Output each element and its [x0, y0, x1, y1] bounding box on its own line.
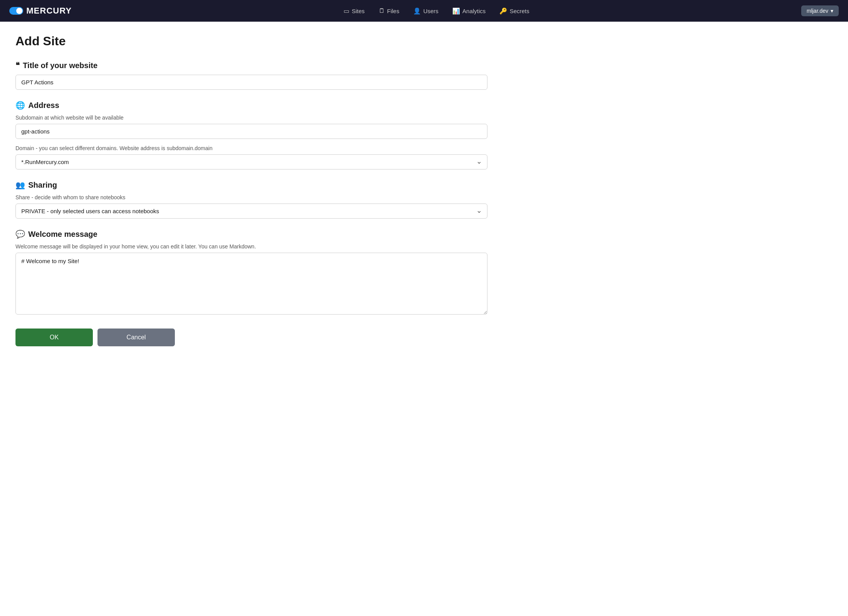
- sharing-section-heading: Sharing: [28, 181, 57, 190]
- nav-label-sites: Sites: [352, 8, 364, 14]
- nav-item-secrets[interactable]: 🔑 Secrets: [493, 4, 535, 18]
- nav-item-users[interactable]: 👤 Users: [407, 4, 445, 18]
- title-section-heading: Title of your website: [23, 61, 97, 70]
- sharing-section: 👥 Sharing Share - decide with whom to sh…: [15, 180, 487, 219]
- files-icon: 🗒: [379, 7, 385, 14]
- sites-icon: ▭: [344, 7, 349, 15]
- secrets-icon: 🔑: [499, 7, 507, 15]
- brand-logo[interactable]: MERCURY: [9, 6, 72, 16]
- nav-item-sites[interactable]: ▭ Sites: [337, 4, 371, 18]
- nav-label-analytics: Analytics: [462, 8, 486, 14]
- welcome-section-icon: 💬: [15, 229, 25, 239]
- nav-label-files: Files: [387, 8, 400, 14]
- nav-menu: ▭ Sites 🗒 Files 👤 Users 📊 Analytics 🔑 Se…: [84, 4, 789, 18]
- sharing-description: Share - decide with whom to share notebo…: [15, 194, 487, 200]
- analytics-icon: 📊: [452, 7, 460, 15]
- nav-label-users: Users: [423, 8, 438, 14]
- domain-select-wrapper: *.RunMercury.com: [15, 154, 487, 169]
- sharing-select[interactable]: PRIVATE - only selected users can access…: [15, 204, 487, 219]
- title-section: ❝ Title of your website: [15, 61, 487, 90]
- users-icon: 👤: [413, 7, 421, 15]
- toggle-icon: [9, 7, 23, 15]
- address-section: 🌐 Address Subdomain at which website wil…: [15, 101, 487, 169]
- welcome-section: 💬 Welcome message Welcome message will b…: [15, 229, 487, 316]
- button-row: OK Cancel: [15, 329, 487, 346]
- subdomain-input[interactable]: [15, 124, 487, 139]
- welcome-section-header: 💬 Welcome message: [15, 229, 487, 239]
- welcome-message-textarea[interactable]: [15, 253, 487, 315]
- welcome-section-heading: Welcome message: [28, 230, 97, 239]
- title-section-icon: ❝: [15, 61, 20, 70]
- address-section-header: 🌐 Address: [15, 101, 487, 110]
- nav-item-files[interactable]: 🗒 Files: [373, 4, 406, 17]
- user-menu[interactable]: mljar.dev ▾: [801, 5, 839, 16]
- welcome-description: Welcome message will be displayed in you…: [15, 243, 487, 250]
- sharing-section-icon: 👥: [15, 180, 25, 190]
- address-section-heading: Address: [28, 101, 59, 110]
- main-content: Add Site ❝ Title of your website 🌐 Addre…: [0, 22, 503, 359]
- nav-item-analytics[interactable]: 📊 Analytics: [446, 4, 492, 18]
- user-dropdown-icon: ▾: [831, 8, 833, 14]
- subdomain-description: Subdomain at which website will be avail…: [15, 115, 487, 121]
- sharing-section-header: 👥 Sharing: [15, 180, 487, 190]
- brand-name: MERCURY: [26, 6, 72, 16]
- sharing-select-wrapper: PRIVATE - only selected users can access…: [15, 204, 487, 219]
- page-title: Add Site: [15, 34, 487, 48]
- address-section-icon: 🌐: [15, 101, 25, 110]
- navbar: MERCURY ▭ Sites 🗒 Files 👤 Users 📊 Analyt…: [0, 0, 848, 22]
- ok-button[interactable]: OK: [15, 329, 93, 346]
- site-title-input[interactable]: [15, 75, 487, 90]
- nav-label-secrets: Secrets: [509, 8, 529, 14]
- cancel-button[interactable]: Cancel: [97, 329, 175, 346]
- domain-description: Domain - you can select different domain…: [15, 145, 487, 151]
- title-section-header: ❝ Title of your website: [15, 61, 487, 70]
- domain-select[interactable]: *.RunMercury.com: [15, 154, 487, 169]
- user-label: mljar.dev: [807, 8, 828, 14]
